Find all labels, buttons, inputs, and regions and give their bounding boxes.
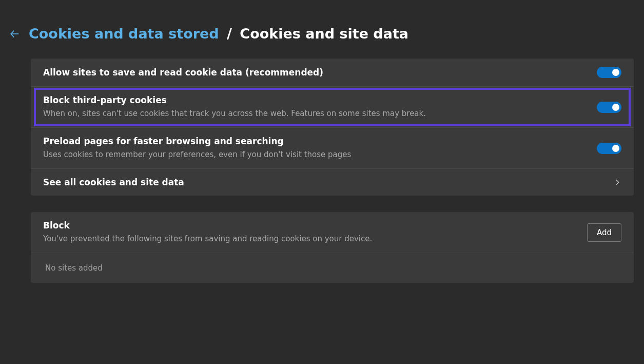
breadcrumb: Cookies and data stored / Cookies and si… <box>29 26 408 42</box>
setting-seeall-title: See all cookies and site data <box>43 177 603 187</box>
setting-allow-cookies: Allow sites to save and read cookie data… <box>31 59 634 87</box>
blocklist-title: Block <box>43 220 577 231</box>
blocklist-desc: You've prevented the following sites fro… <box>43 234 577 244</box>
setting-preload-desc: Uses cookies to remember your preference… <box>43 149 587 160</box>
chevron-right-icon <box>613 178 621 186</box>
toggle-block-third-party[interactable] <box>597 102 621 113</box>
setting-preload-pages: Preload pages for faster browsing and se… <box>31 128 634 169</box>
setting-block3p-title: Block third-party cookies <box>43 95 587 105</box>
add-button[interactable]: Add <box>587 223 621 242</box>
setting-preload-title: Preload pages for faster browsing and se… <box>43 136 587 146</box>
back-arrow-icon[interactable] <box>9 28 21 40</box>
blocklist-header-row: Block You've prevented the following sit… <box>31 212 634 253</box>
setting-block-third-party: Block third-party cookies When on, sites… <box>31 87 634 128</box>
breadcrumb-parent[interactable]: Cookies and data stored <box>29 26 219 42</box>
settings-panel: Allow sites to save and read cookie data… <box>31 59 634 196</box>
setting-block3p-desc: When on, sites can't use cookies that tr… <box>43 108 587 119</box>
blocklist-empty: No sites added <box>31 253 634 283</box>
toggle-allow-cookies[interactable] <box>597 67 621 78</box>
blocklist-panel: Block You've prevented the following sit… <box>31 212 634 283</box>
setting-allow-title: Allow sites to save and read cookie data… <box>43 67 587 78</box>
setting-see-all-cookies[interactable]: See all cookies and site data <box>31 169 634 196</box>
toggle-preload-pages[interactable] <box>597 143 621 154</box>
breadcrumb-current: Cookies and site data <box>240 26 408 42</box>
breadcrumb-separator: / <box>227 26 232 42</box>
